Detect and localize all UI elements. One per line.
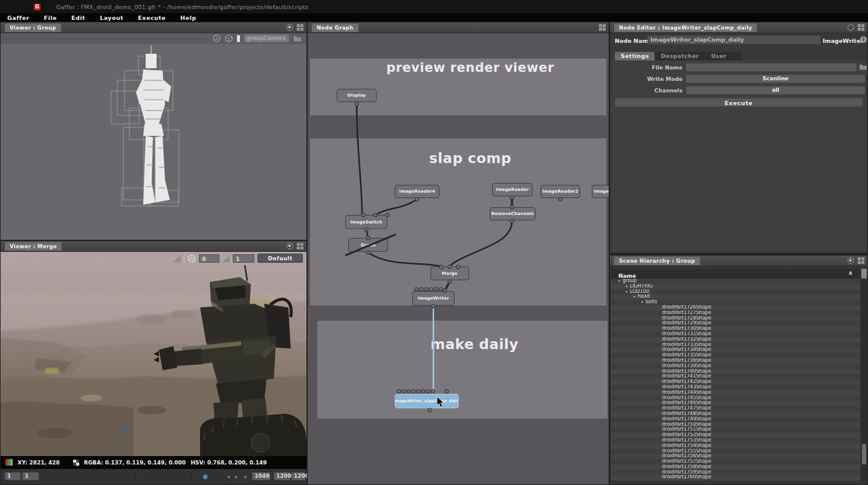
expander-icon[interactable]: ▾ (633, 294, 635, 298)
tree-row-droidPart1746Shape[interactable]: droidPart1746Shape (611, 400, 860, 406)
node-imagewriter[interactable]: ImageWriter (412, 291, 455, 306)
tree-row-droidPart1739Shape[interactable]: droidPart1739Shape (611, 364, 860, 369)
exposure-value[interactable]: 0 (199, 254, 219, 263)
editor-focus-icon[interactable] (287, 24, 293, 31)
expander-icon[interactable]: ▾ (626, 289, 627, 294)
gamma-icon[interactable] (222, 255, 230, 262)
tree-row-droidPart1752Shape[interactable]: droidPart1752Shape (611, 432, 860, 438)
write-mode-select[interactable]: Scanline (686, 75, 865, 83)
node-grade[interactable]: Grade (348, 238, 388, 252)
range-end-field[interactable]: 1200 (274, 472, 290, 480)
tree-row-droidPart1749Shape[interactable]: droidPart1749Shape (611, 417, 860, 422)
current-frame-marker[interactable] (202, 474, 208, 480)
tree-row-droidPart1747Shape[interactable]: droidPart1747Shape (611, 406, 860, 411)
menu-layout[interactable]: Layout (92, 14, 131, 21)
menu-execute[interactable]: Execute (131, 14, 173, 21)
tree-row-droidPart1728Shape[interactable]: droidPart1728Shape (611, 316, 860, 321)
gamma-value[interactable]: 1 (233, 254, 254, 263)
scene-hierarchy-tab[interactable]: Scene Hierarchy : Group (614, 257, 700, 265)
node-display[interactable]: Display (337, 89, 377, 102)
menu-gaffer[interactable]: Gaffer (0, 14, 37, 21)
tree-row-droidPart1742Shape[interactable]: droidPart1742Shape (611, 379, 860, 385)
sort-chevron-icon[interactable]: ∧ (848, 269, 853, 276)
tree-row-droidPart1757Shape[interactable]: droidPart1757Shape (611, 459, 860, 464)
tree-row-droidPart1730Shape[interactable]: droidPart1730Shape (611, 326, 860, 332)
execute-button[interactable]: Execute (615, 98, 863, 107)
editor-focus-icon[interactable] (287, 243, 293, 249)
node-graph-canvas[interactable]: preview render viewer slap comp make dai… (308, 33, 609, 484)
node-removechannels[interactable]: RemoveChannels (490, 207, 536, 220)
display-transform-button[interactable]: Default (257, 254, 303, 263)
layout-grid-icon[interactable] (858, 257, 864, 264)
scrollbar-thumb[interactable] (862, 444, 866, 464)
folder-icon[interactable] (859, 63, 867, 70)
node-graph-tab[interactable]: Node Graph (312, 24, 358, 32)
exposure-icon[interactable] (173, 255, 181, 262)
tree-row-droidPart1745Shape[interactable]: droidPart1745Shape (611, 396, 860, 401)
tree-row-head[interactable]: ▾head (611, 294, 860, 300)
node-imagereader4[interactable]: ImageReader4 (395, 185, 439, 198)
aperture-icon[interactable] (187, 254, 196, 263)
tree-row-droidPart1756Shape[interactable]: droidPart1756Shape (611, 454, 860, 459)
menu-help[interactable]: Help (173, 14, 203, 21)
editor-focus-icon[interactable] (847, 24, 854, 31)
shading-cube-icon[interactable] (225, 34, 233, 42)
tree-row-droidPart1736Shape[interactable]: droidPart1736Shape (611, 358, 860, 364)
node-imagereader2[interactable]: ImageReader2 (540, 185, 580, 198)
tree-row-droidPart1748Shape[interactable]: droidPart1748Shape (611, 411, 860, 417)
node-imagereader3[interactable]: ImageReader3 (592, 185, 609, 198)
wireframe-viewport[interactable] (1, 44, 306, 240)
menu-edit[interactable]: Edit (64, 14, 92, 21)
tree-row-droidPart1734Shape[interactable]: droidPart1734Shape (611, 347, 860, 353)
tree-row-droidPart1727Shape[interactable]: droidPart1727Shape (611, 310, 860, 316)
tree-row-droidPart1735Shape[interactable]: droidPart1735Shape (611, 353, 860, 358)
tree-row-droidPart1753Shape[interactable]: droidPart1753Shape (611, 438, 860, 443)
expander-icon[interactable]: ▾ (618, 278, 620, 283)
tab-user[interactable]: User (705, 52, 733, 60)
tab-settings[interactable]: Settings (615, 52, 655, 60)
tab-despatcher[interactable]: Despatcher (655, 52, 705, 60)
editor-focus-icon[interactable] (847, 257, 854, 264)
gnomon-icon[interactable] (213, 34, 221, 42)
tree-row-bolts[interactable]: ▾bolts (611, 300, 860, 305)
drag-handle-icon[interactable] (237, 35, 240, 42)
camera-selector[interactable]: groupCamera (244, 34, 289, 42)
range-end2-field[interactable]: 1200 (291, 472, 305, 480)
layout-grid-icon[interactable] (297, 24, 303, 31)
file-name-input[interactable] (686, 63, 857, 71)
node-name-input[interactable]: ImageWriter_slapComp_daily (647, 36, 820, 44)
current-frame-field[interactable]: 1 (22, 472, 39, 480)
tree-row-droidPart1755Shape[interactable]: droidPart1755Shape (611, 449, 860, 454)
viewer-group-tab[interactable]: Viewer : Group (5, 24, 61, 32)
frame-start-field[interactable]: 1 (5, 472, 21, 480)
tree-row-droidPart1740Shape[interactable]: droidPart1740Shape (611, 369, 860, 374)
backdrop-make-daily[interactable]: make daily (317, 321, 607, 419)
tree-row-droidPart1744Shape[interactable]: droidPart1744Shape (611, 390, 860, 396)
node-merge[interactable]: Merge (430, 266, 469, 280)
tree-row-LIGHTRIG[interactable]: ▾LIGHTRIG (611, 284, 860, 289)
tree-row-droidPart1729Shape[interactable]: droidPart1729Shape (611, 321, 860, 326)
node-imagewriter_daily[interactable]: ImageWriter_slapComp_daily (395, 394, 459, 408)
node-imageswitch[interactable]: ImageSwitch (345, 215, 387, 229)
tree-row-droidPart1758Shape[interactable]: droidPart1758Shape (611, 464, 860, 470)
tree-row-droidPart1750Shape[interactable]: droidPart1750Shape (611, 422, 860, 428)
scrollbar-track[interactable] (861, 280, 867, 481)
play-icon[interactable]: ▸ (235, 474, 238, 480)
node-imagereader[interactable]: ImageReader (492, 183, 533, 196)
step-forward-icon[interactable]: ▸ (228, 474, 231, 480)
step-back-icon[interactable]: ◂ (244, 474, 247, 480)
layout-grid-icon[interactable] (599, 24, 606, 31)
tree-row-droidPart1754Shape[interactable]: droidPart1754Shape (611, 443, 860, 449)
folder-icon[interactable] (293, 35, 302, 42)
tree-row-droidPart1731Shape[interactable]: droidPart1731Shape (611, 332, 860, 337)
viewer-merge-tab[interactable]: Viewer : Merge (5, 242, 62, 251)
tree-row-droidPart1743Shape[interactable]: droidPart1743Shape (611, 385, 860, 390)
expander-icon[interactable]: ▾ (641, 300, 643, 304)
tree-row-droidPart1741Shape[interactable]: droidPart1741Shape (611, 374, 860, 379)
name-column-header[interactable]: Name ∧ (611, 269, 860, 278)
tree-row-droidPart1760Shape[interactable]: droidPart1760Shape (611, 475, 860, 480)
render-image-viewport[interactable]: 0 1 Default (1, 252, 306, 456)
frame-end-field[interactable]: 1049 (252, 472, 270, 480)
layout-grid-icon[interactable] (297, 243, 303, 249)
channels-select[interactable]: all (686, 86, 865, 94)
